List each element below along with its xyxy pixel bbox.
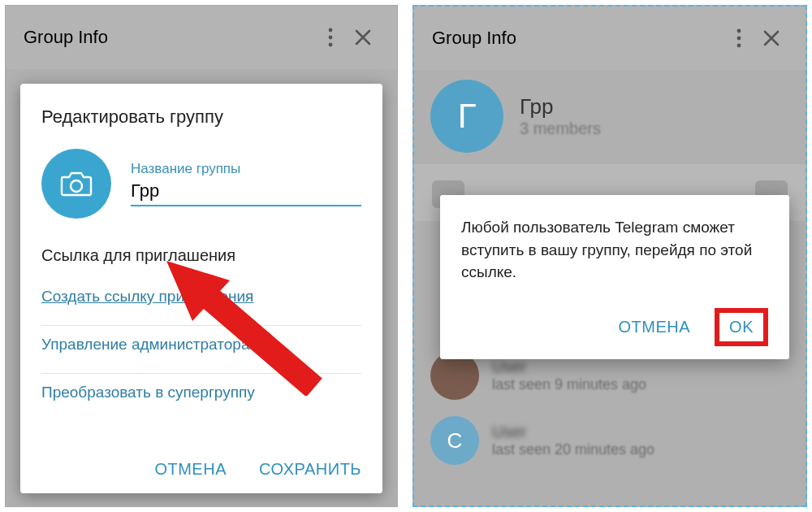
more-icon[interactable] (723, 22, 755, 54)
right-panel: Group Info Г Грр 3 members User last see… (412, 5, 807, 507)
close-icon[interactable] (755, 22, 788, 54)
cancel-button[interactable]: ОТМЕНА (619, 318, 691, 336)
create-invite-link[interactable]: Создать ссылку приглашения (41, 280, 361, 323)
group-info-row: Г Грр 3 members (414, 70, 806, 164)
header: Group Info (414, 7, 806, 70)
save-button[interactable]: СОХРАНИТЬ (259, 460, 361, 479)
svg-point-0 (329, 28, 333, 33)
svg-point-1 (329, 36, 333, 40)
dialog-buttons: ОТМЕНА OK (461, 308, 768, 346)
member-avatar: C (430, 416, 479, 465)
camera-icon[interactable] (41, 149, 111, 219)
svg-point-5 (737, 29, 741, 33)
group-members-count: 3 members (520, 119, 601, 138)
left-panel: Group Info Редактировать группу Название… (5, 5, 398, 507)
more-icon[interactable] (314, 21, 347, 54)
page-title: Group Info (432, 28, 723, 49)
header: Group Info (6, 6, 397, 69)
page-title: Group Info (24, 27, 314, 48)
ok-highlight: OK (715, 308, 768, 346)
svg-point-7 (737, 44, 741, 48)
divider (41, 325, 361, 326)
manage-admins-link[interactable]: Управление администраторам (41, 328, 361, 371)
group-name-input[interactable] (131, 177, 361, 206)
member-row[interactable]: C User last seen 20 minutes ago (414, 408, 806, 473)
member-name: User (492, 358, 646, 376)
svg-point-3 (71, 180, 82, 192)
group-name-label: Название группы (131, 161, 361, 177)
member-status: last seen 20 minutes ago (492, 441, 654, 458)
confirm-invite-link-dialog: Любой пользователь Telegram сможет вступ… (440, 195, 789, 359)
divider (41, 373, 361, 374)
close-icon[interactable] (347, 21, 379, 54)
ok-button[interactable]: OK (729, 318, 754, 336)
group-avatar[interactable]: Г (430, 80, 503, 153)
dialog-title: Редактировать группу (41, 106, 361, 128)
member-status: last seen 9 minutes ago (492, 376, 646, 393)
svg-point-6 (737, 37, 741, 41)
invite-link-section-title: Ссылка для приглашения (41, 246, 361, 265)
dialog-body: Любой пользователь Telegram сможет вступ… (461, 216, 768, 284)
convert-supergroup-link[interactable]: Преобразовать в супергруппу (41, 375, 361, 419)
cancel-button[interactable]: ОТМЕНА (154, 460, 227, 479)
dialog-buttons: ОТМЕНА СОХРАНИТЬ (41, 449, 361, 479)
svg-point-2 (329, 43, 333, 47)
member-name: User (492, 423, 654, 441)
group-name-row: Название группы (41, 149, 361, 219)
group-name: Грр (520, 94, 601, 119)
edit-group-dialog: Редактировать группу Название группы Ссы… (20, 84, 382, 493)
